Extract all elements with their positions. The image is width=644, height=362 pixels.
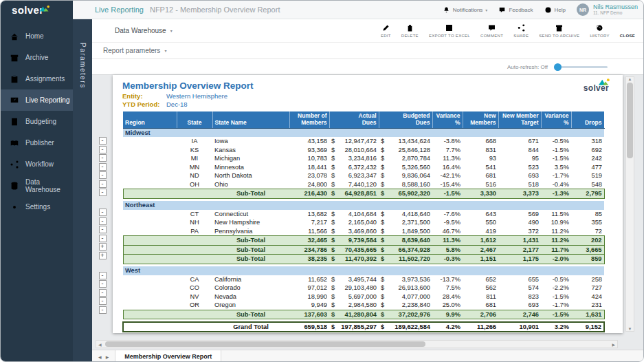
table-cell xyxy=(177,128,212,137)
subtotal-row: Sub-Total234,786$70,435,665$66,374,9285.… xyxy=(123,245,604,255)
send-archive-icon xyxy=(555,23,564,32)
scroll-down-arrow[interactable]: ▼ xyxy=(628,327,632,331)
archive-icon xyxy=(10,53,19,63)
table-cell xyxy=(498,128,541,137)
horizontal-scroll-thumb[interactable] xyxy=(105,341,425,347)
action-close-button[interactable]: CLOSE xyxy=(620,23,635,38)
table-cell: $3,495,744 xyxy=(329,275,379,284)
menu-label: Notifications xyxy=(453,7,483,13)
maximize-icon[interactable] xyxy=(629,63,638,72)
expand-outline-button[interactable]: + xyxy=(99,243,107,251)
sheet-tab[interactable]: Membership Overview Report xyxy=(115,350,221,362)
table-cell: 11.3% xyxy=(432,154,463,163)
collapse-outline-button[interactable]: - xyxy=(99,235,107,242)
table-cell: Midwest xyxy=(123,128,177,137)
table-cell xyxy=(123,227,177,236)
topbar-menu-feedback[interactable]: Feedback xyxy=(498,6,533,14)
table-cell: 11.3% xyxy=(432,236,463,246)
report-parameters-toggle[interactable]: Report parameters ▾ xyxy=(92,43,644,59)
sidebar-item-live-reporting[interactable]: Live Reporting xyxy=(1,89,73,111)
table-row: MNMinnesota18,441$6,372,432$5,326,56016.… xyxy=(123,163,604,172)
data-source-label: Data Warehouse xyxy=(115,27,166,34)
filter-icon[interactable] xyxy=(78,97,87,106)
collapse-outline-button[interactable]: - xyxy=(99,289,107,297)
collapse-outline-button[interactable]: - xyxy=(99,297,107,305)
table-cell: 5.8% xyxy=(432,245,463,255)
auto-refresh-slider[interactable] xyxy=(554,66,608,68)
sidebar-item-home[interactable]: Home xyxy=(1,25,73,47)
table-cell: 523 xyxy=(498,163,541,172)
sidebar-item-settings[interactable]: Settings xyxy=(1,196,73,217)
table-cell: 7,217 xyxy=(289,218,329,227)
collapse-outline-button[interactable]: - xyxy=(99,171,107,179)
table-cell: New Hampshire xyxy=(212,218,289,227)
breadcrumb-section[interactable]: Live Reporting xyxy=(95,6,144,14)
collapse-outline-button[interactable]: - xyxy=(99,226,107,233)
sidebar-item-data-warehouse[interactable]: Data Warehouse xyxy=(1,175,73,196)
table-cell: 11.2% xyxy=(541,236,571,246)
action-export-to-excel-button[interactable]: EXPORT TO EXCEL xyxy=(429,23,470,38)
collapse-outline-button[interactable]: - xyxy=(99,209,107,216)
parameters-toggle-icon[interactable] xyxy=(78,25,87,34)
table-cell: 318 xyxy=(571,137,604,146)
scroll-up-arrow[interactable]: ▲ xyxy=(628,77,632,81)
comment-icon xyxy=(487,23,496,32)
action-share-button[interactable]: SHARE xyxy=(513,23,529,38)
table-cell xyxy=(177,322,212,332)
table-cell: MN xyxy=(177,163,212,172)
expand-outline-button[interactable]: + xyxy=(99,252,107,259)
scroll-left-arrow[interactable]: ◀ xyxy=(98,342,102,347)
outline-slot: - xyxy=(99,137,107,146)
table-cell: $9,739,584 xyxy=(329,236,379,246)
action-edit-button[interactable]: EDIT xyxy=(381,23,391,38)
horizontal-scrollbar[interactable]: ◀ ▶ xyxy=(96,340,618,348)
table-cell: OR xyxy=(177,301,212,310)
collapse-outline-button[interactable]: - xyxy=(99,180,107,188)
collapse-outline-button[interactable]: - xyxy=(99,189,107,196)
data-source-button[interactable]: Data Warehouse ▾ xyxy=(102,26,173,35)
tab-prev-arrow[interactable]: ◀ xyxy=(98,354,102,359)
collapse-outline-button[interactable]: - xyxy=(99,306,107,314)
topbar-menu-notifications[interactable]: Notifications▾ xyxy=(443,6,488,14)
action-delete-button[interactable]: DELETE xyxy=(401,23,419,38)
column-header: Drops xyxy=(571,111,604,128)
user-menu[interactable]: NR Nils Rasmussen 11. NFP Demo xyxy=(577,3,638,16)
table-row: KSKansas93,369$28,010,664$25,846,1287.7%… xyxy=(123,146,604,155)
expand-icon[interactable] xyxy=(614,63,623,72)
scroll-right-arrow[interactable]: ▶ xyxy=(612,342,615,347)
sidebar-item-budgeting[interactable]: Budgeting xyxy=(1,111,73,132)
table-cell: $6,923,347 xyxy=(329,171,379,180)
action-history-button[interactable]: HISTORY xyxy=(590,23,610,38)
collapse-outline-button[interactable]: - xyxy=(99,146,107,153)
entity-label: Entity: xyxy=(122,92,166,100)
sidebar-item-assignments[interactable]: Assignments xyxy=(1,68,73,89)
action-send-to-archive-button[interactable]: SEND TO ARCHIVE xyxy=(539,23,579,38)
vertical-scrollbar[interactable]: ▲ ▼ xyxy=(625,76,634,332)
collapse-outline-button[interactable]: - xyxy=(99,163,107,171)
collapse-outline-button[interactable]: - xyxy=(99,217,107,225)
table-cell: $66,374,928 xyxy=(379,245,432,255)
tab-next-arrow[interactable]: ▶ xyxy=(106,354,109,359)
table-cell: 681 xyxy=(463,301,498,310)
table-cell: 72 xyxy=(571,227,604,236)
action-comment-button[interactable]: COMMENT xyxy=(480,23,503,38)
collapse-outline-button[interactable]: - xyxy=(99,137,107,145)
table-cell: $11,502,720 xyxy=(379,255,432,264)
menu-toggle-icon[interactable] xyxy=(80,6,89,14)
collapse-outline-button[interactable]: - xyxy=(99,154,107,162)
table-cell: Grand Total xyxy=(212,322,289,332)
collapse-outline-button[interactable]: - xyxy=(99,280,107,288)
collapse-outline-button[interactable]: - xyxy=(99,272,107,279)
sidebar-item-label: Archive xyxy=(25,54,48,61)
sidebar-item-workflow[interactable]: Workflow xyxy=(1,153,73,175)
sidebar-item-publisher[interactable]: Publisher xyxy=(1,132,73,153)
sidebar-item-label: Budgeting xyxy=(25,118,56,125)
main-area: Data Warehouse ▾ EDITDELETEEXPORT TO EXC… xyxy=(92,19,644,362)
table-cell: -1.5% xyxy=(541,146,571,155)
vertical-scroll-thumb[interactable] xyxy=(627,83,633,158)
sidebar-item-archive[interactable]: Archive xyxy=(1,47,73,68)
slider-knob[interactable] xyxy=(554,63,562,71)
topbar-menu-help[interactable]: Help xyxy=(544,6,566,14)
avatar[interactable]: NR xyxy=(577,3,589,16)
table-cell: 477 xyxy=(571,163,604,172)
